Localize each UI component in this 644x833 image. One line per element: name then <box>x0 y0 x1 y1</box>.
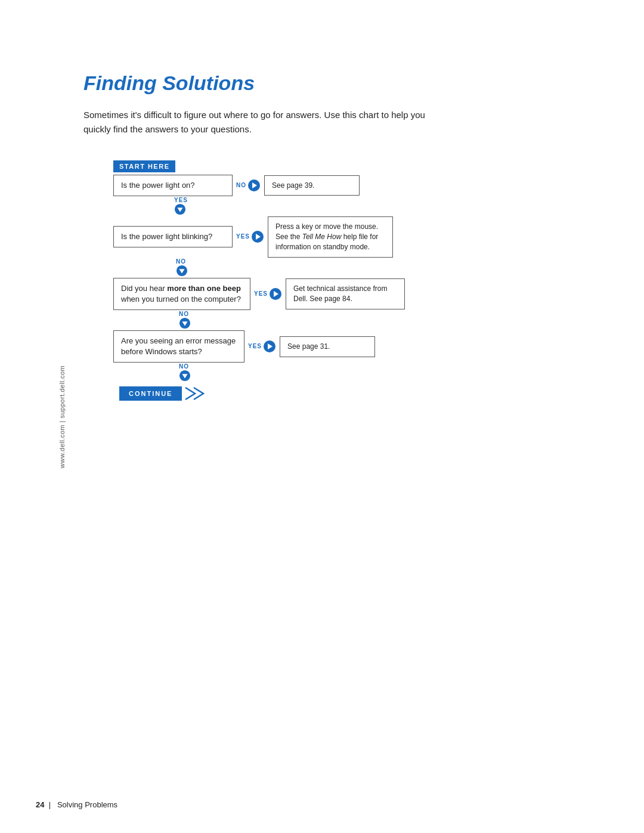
footer-page-number: 24 <box>36 800 44 809</box>
yes-down-arrow-1 <box>174 203 186 215</box>
intro-paragraph: Sometimes it's difficult to figure out w… <box>83 108 453 137</box>
yes-arrow-icon-4 <box>263 340 276 353</box>
footer-separator: | <box>47 800 55 809</box>
answer-box-2: Press a key or move the mouse. See the T… <box>268 216 393 257</box>
question-box-3: Did you hear more than one beep when you… <box>113 278 250 310</box>
sidebar-text: www.dell.com | support.dell.com <box>58 365 66 467</box>
flow-down-2: NO <box>125 259 447 277</box>
flow-row-3: Did you hear more than one beep when you… <box>113 278 447 310</box>
yes-connector-3: YES <box>254 287 282 301</box>
page-title: Finding Solutions <box>83 72 596 95</box>
footer-section: Solving Problems <box>57 800 117 809</box>
continue-button[interactable]: CONTINUE <box>119 385 207 402</box>
no-arrow-icon-1 <box>247 179 261 192</box>
flow-down-3: NO <box>125 311 447 329</box>
no-down-arrow-4 <box>179 370 191 382</box>
answer-box-4: See page 31. <box>280 336 375 357</box>
continue-label: CONTINUE <box>119 386 182 401</box>
answer-box-1: See page 39. <box>264 175 360 196</box>
start-here-badge: START HERE <box>113 160 175 172</box>
flow-row-1: Is the power light on? NO See page 39. <box>113 175 447 196</box>
yes-arrow-icon-2 <box>251 230 264 243</box>
no-down-arrow-2 <box>176 265 188 277</box>
answer-box-3: Get technical assistance from Dell. See … <box>286 278 405 309</box>
question-box-2: Is the power light blinking? <box>113 226 233 247</box>
no-connector-1: NO <box>236 179 261 192</box>
footer: 24 | Solving Problems <box>36 800 117 809</box>
continue-arrow-icon <box>184 385 207 402</box>
yes-connector-2: YES <box>236 230 264 243</box>
flowchart: START HERE Is the power light on? NO See… <box>113 160 447 402</box>
flow-down-1: YES <box>125 197 447 215</box>
flow-row-4: Are you seeing an error message before W… <box>113 330 447 363</box>
flow-down-4: NO <box>125 364 447 382</box>
no-down-arrow-3 <box>179 317 191 329</box>
question-box-4: Are you seeing an error message before W… <box>113 330 244 363</box>
yes-arrow-icon-3 <box>269 287 282 301</box>
flow-row-2: Is the power light blinking? YES Press a… <box>113 216 447 257</box>
yes-connector-4: YES <box>248 340 276 353</box>
question-box-1: Is the power light on? <box>113 175 233 196</box>
